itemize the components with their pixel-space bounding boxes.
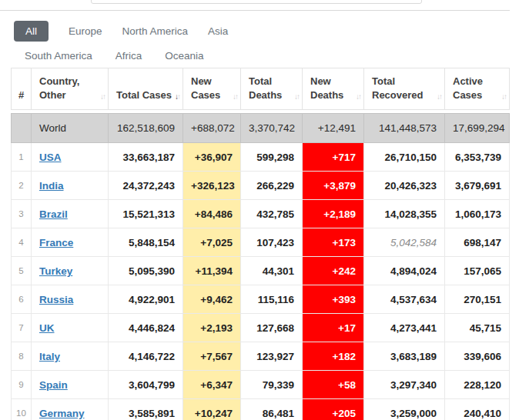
table-row: 10Germany3,585,891+10,24786,481+2053,259… (12, 399, 510, 420)
tab-north-america[interactable]: North America (122, 21, 189, 42)
total-recovered-cell: 3,297,340 (364, 371, 445, 399)
new-deaths-cell: +242 (303, 257, 364, 285)
total-deaths-cell: 266,229 (241, 172, 303, 200)
total-deaths-cell: 79,339 (241, 371, 303, 399)
header-rank: # (12, 68, 32, 110)
country-link[interactable]: Turkey (39, 265, 72, 277)
country-link[interactable]: Brazil (39, 208, 68, 220)
total-cases-cell: 33,663,187 (109, 143, 183, 172)
world-total-row: World 162,518,609 +688,072 3,370,742 +12… (12, 114, 510, 143)
total-recovered-cell: 3,683,189 (364, 342, 445, 371)
sort-icon[interactable]: ↓↑ (233, 92, 237, 102)
total-deaths-cell: 107,423 (241, 228, 303, 257)
country-link[interactable]: UK (39, 322, 55, 334)
row-rank: 7 (12, 314, 32, 342)
header-new-cases-label: New Cases (191, 75, 220, 101)
country-cell: France (32, 228, 109, 257)
table-row: 2India24,372,243+326,123266,229+3,87920,… (12, 172, 510, 200)
total-cases-cell: 3,604,799 (109, 371, 183, 399)
header-active-cases[interactable]: Active Cases↓↑ (445, 68, 510, 110)
total-recovered-cell: 14,028,355 (364, 200, 445, 228)
total-recovered-cell: 4,894,024 (364, 257, 445, 285)
covid-stats-table: # Country, Other↓↑ Total Cases↓↑ New Cas… (11, 68, 510, 420)
country-cell: Turkey (32, 257, 109, 285)
tab-europe[interactable]: Europe (69, 21, 102, 42)
header-total-cases[interactable]: Total Cases↓↑ (109, 68, 183, 110)
header-new-deaths-label: New Deaths (310, 75, 343, 101)
country-cell: India (32, 172, 109, 200)
country-cell: Spain (32, 371, 109, 399)
country-link[interactable]: Spain (39, 379, 68, 391)
sort-icon[interactable]: ↓↑ (501, 92, 506, 102)
header-new-deaths[interactable]: New Deaths↓↑ (303, 68, 364, 110)
sort-icon[interactable]: ↓↑ (356, 92, 360, 102)
country-link[interactable]: Italy (39, 351, 60, 362)
total-cases-cell: 15,521,313 (109, 200, 183, 228)
table-row: 4France5,848,154+7,025107,423+1735,042,5… (12, 228, 510, 257)
country-link[interactable]: France (39, 237, 73, 248)
header-total-cases-label: Total Cases (116, 89, 172, 101)
total-cases-cell: 5,848,154 (109, 228, 183, 257)
continent-tabs-row-1: All Europe North America Asia (14, 21, 511, 42)
row-rank: 10 (12, 399, 32, 420)
table-row: 3Brazil15,521,313+84,486432,785+2,18914,… (12, 200, 510, 228)
active-cases-cell: 3,679,691 (445, 172, 510, 200)
world-label: World (32, 114, 109, 143)
tab-south-america[interactable]: South America (25, 45, 92, 66)
continent-tabs-row-2: South America Africa Oceania (14, 45, 511, 66)
new-cases-cell: +10,247 (183, 399, 241, 420)
world-total-recovered: 141,448,573 (364, 114, 445, 143)
new-deaths-cell: +393 (303, 285, 364, 314)
header-country[interactable]: Country, Other↓↑ (32, 68, 109, 110)
sort-icon[interactable]: ↓↑ (294, 92, 299, 102)
new-deaths-cell: +205 (303, 399, 364, 420)
total-cases-cell: 4,446,824 (109, 314, 183, 342)
world-new-deaths: +12,491 (303, 114, 364, 143)
total-deaths-cell: 44,301 (241, 257, 303, 285)
active-cases-cell: 157,065 (445, 257, 510, 285)
sort-icon[interactable]: ↓↑ (100, 92, 105, 102)
total-recovered-cell: 3,259,000 (364, 399, 445, 420)
new-cases-cell: +326,123 (183, 172, 241, 200)
new-deaths-cell: +3,879 (303, 172, 364, 200)
new-deaths-cell: +58 (303, 371, 364, 399)
new-deaths-cell: +173 (303, 228, 364, 257)
country-link[interactable]: India (39, 180, 64, 192)
total-recovered-cell: 5,042,584 (364, 228, 445, 257)
country-link[interactable]: Germany (39, 408, 85, 419)
sort-icon-active-desc[interactable]: ↓↑ (175, 92, 179, 102)
world-active-cases: 17,699,294 (445, 114, 510, 143)
table-row: 6Russia4,922,901+9,462115,116+3934,537,6… (12, 285, 510, 314)
country-link[interactable]: USA (39, 152, 62, 163)
active-cases-cell: 698,147 (445, 228, 510, 257)
tab-all[interactable]: All (14, 21, 49, 42)
new-cases-cell: +7,025 (183, 228, 241, 257)
country-cell: Germany (32, 399, 109, 420)
sort-icon[interactable]: ↓↑ (437, 92, 441, 102)
new-deaths-cell: +717 (303, 143, 364, 172)
row-rank: 5 (12, 257, 32, 285)
country-link[interactable]: Russia (39, 294, 73, 305)
tab-oceania[interactable]: Oceania (165, 45, 203, 66)
total-cases-cell: 4,922,901 (109, 285, 183, 314)
new-cases-cell: +6,347 (183, 371, 241, 399)
country-cell: Brazil (32, 200, 109, 228)
country-cell: USA (32, 143, 109, 172)
table-row: 9Spain3,604,799+6,34779,339+583,297,3402… (12, 371, 510, 399)
tab-africa[interactable]: Africa (116, 45, 142, 66)
row-rank: 4 (12, 228, 32, 257)
world-rank-cell (12, 114, 32, 143)
total-recovered-cell: 26,710,150 (364, 143, 445, 172)
table-header: # Country, Other↓↑ Total Cases↓↑ New Cas… (12, 68, 510, 110)
new-cases-cell: +84,486 (183, 200, 241, 228)
new-deaths-cell: +2,189 (303, 200, 364, 228)
tab-asia[interactable]: Asia (208, 21, 228, 42)
active-cases-cell: 240,410 (445, 399, 510, 420)
header-total-deaths[interactable]: Total Deaths↓↑ (241, 68, 303, 110)
header-new-cases[interactable]: New Cases↓↑ (183, 68, 241, 110)
continent-tabs: All Europe North America Asia South Amer… (14, 21, 511, 66)
active-cases-cell: 228,120 (445, 371, 510, 399)
total-deaths-cell: 127,668 (241, 314, 303, 342)
search-input-cutoff[interactable] (91, 0, 422, 4)
header-total-recovered[interactable]: Total Recovered↓↑ (364, 68, 445, 110)
